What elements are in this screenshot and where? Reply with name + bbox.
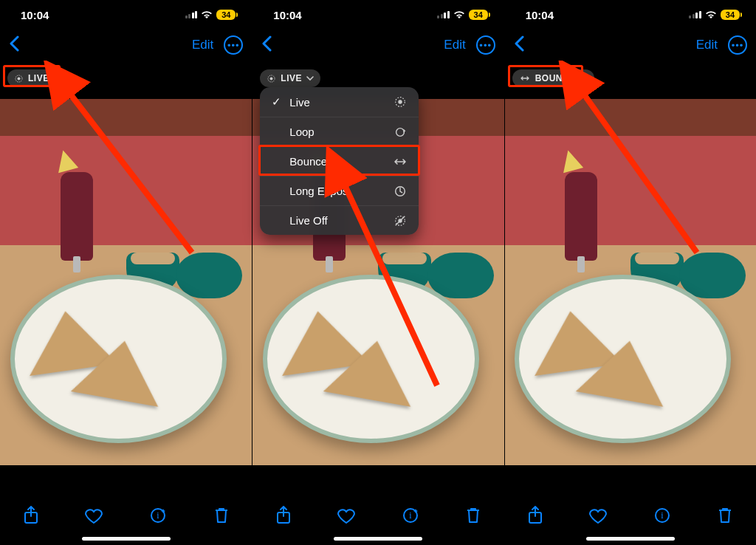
more-button[interactable]: ••• <box>224 35 243 55</box>
cellular-icon <box>437 11 450 18</box>
status-right: 34 <box>185 9 236 21</box>
menu-item-loop[interactable]: Loop <box>260 117 419 146</box>
svg-text:i: i <box>409 510 412 521</box>
live-icon <box>392 95 408 109</box>
share-button[interactable] <box>527 506 543 528</box>
chevron-down-icon <box>306 76 314 81</box>
svg-text:i: i <box>662 510 664 521</box>
photo-content <box>505 99 756 465</box>
cellular-icon <box>185 11 198 18</box>
screenshot-3: 10:04 34 Edit ••• BOUNCE <box>504 0 756 545</box>
live-off-icon <box>392 214 408 227</box>
status-right: 34 <box>437 9 488 21</box>
status-time: 10:04 <box>273 9 301 21</box>
delete-button[interactable] <box>213 506 230 528</box>
bounce-photo-badge[interactable]: BOUNCE <box>512 69 594 87</box>
wifi-icon <box>453 9 465 21</box>
svg-point-6 <box>270 77 273 80</box>
nav-bar: Edit ••• <box>0 30 252 61</box>
more-button[interactable]: ••• <box>728 35 747 55</box>
svg-text:i: i <box>157 510 160 521</box>
checkmark-icon: ✓ <box>270 95 282 109</box>
bounce-icon <box>392 157 408 167</box>
home-indicator[interactable] <box>82 537 171 541</box>
status-time: 10:04 <box>21 9 49 21</box>
svg-point-10 <box>396 128 405 136</box>
photo-viewer[interactable]: BOUNCE <box>505 61 756 496</box>
status-bar: 10:04 34 <box>505 0 756 30</box>
live-photo-badge[interactable]: LIVE <box>260 69 320 87</box>
info-button[interactable]: i <box>653 506 672 528</box>
battery-icon: 34 <box>469 10 488 20</box>
status-time: 10:04 <box>526 9 554 21</box>
share-button[interactable] <box>275 506 292 528</box>
svg-point-8 <box>399 100 402 103</box>
menu-item-live[interactable]: ✓ Live <box>260 87 419 117</box>
screenshot-1: 10:04 34 Edit ••• LIVE <box>0 0 252 545</box>
share-button[interactable] <box>23 506 39 528</box>
effects-button[interactable]: i <box>401 506 420 528</box>
menu-item-long-exposure[interactable]: Long Expos <box>260 176 419 205</box>
live-icon <box>14 74 24 83</box>
nav-bar: Edit ••• <box>505 30 756 61</box>
exposure-icon <box>392 185 408 198</box>
live-icon <box>267 74 276 83</box>
battery-icon: 34 <box>216 10 236 20</box>
cellular-icon <box>689 11 701 18</box>
svg-point-0 <box>18 77 21 80</box>
more-button[interactable]: ••• <box>476 35 495 55</box>
live-effects-menu: ✓ Live Loop Bounce Long Expos Li <box>260 87 419 235</box>
live-badge-label: LIVE <box>28 73 49 83</box>
favorite-button[interactable] <box>588 507 608 527</box>
photo-viewer[interactable]: LIVE <box>0 61 252 496</box>
wifi-icon <box>201 9 213 21</box>
nav-bar: Edit ••• <box>252 30 504 61</box>
home-indicator[interactable] <box>334 537 422 541</box>
home-indicator[interactable] <box>586 537 675 541</box>
edit-button[interactable]: Edit <box>696 38 718 52</box>
favorite-button[interactable] <box>337 507 356 527</box>
edit-button[interactable]: Edit <box>444 38 465 52</box>
status-bar: 10:04 34 <box>0 0 252 30</box>
chevron-down-icon <box>54 76 61 81</box>
loop-icon <box>392 126 408 139</box>
wifi-icon <box>705 9 717 21</box>
favorite-button[interactable] <box>84 507 103 527</box>
delete-button[interactable] <box>465 506 481 528</box>
menu-item-bounce[interactable]: Bounce <box>260 146 419 176</box>
battery-icon: 34 <box>721 10 740 20</box>
effects-button[interactable]: i <box>148 506 168 528</box>
back-button[interactable] <box>9 35 19 55</box>
bounce-badge-label: BOUNCE <box>535 73 576 83</box>
status-right: 34 <box>689 9 740 21</box>
live-badge-label: LIVE <box>281 73 302 83</box>
live-photo-badge[interactable]: LIVE <box>7 69 68 87</box>
status-bar: 10:04 34 <box>252 0 504 30</box>
menu-item-live-off[interactable]: Live Off <box>260 205 419 235</box>
screenshot-2: 10:04 34 Edit ••• LIVE <box>252 0 504 545</box>
back-button[interactable] <box>514 35 524 55</box>
edit-button[interactable]: Edit <box>192 38 213 52</box>
delete-button[interactable] <box>717 506 733 528</box>
chevron-down-icon <box>580 76 588 81</box>
back-button[interactable] <box>261 35 272 55</box>
photo-content <box>0 99 252 465</box>
bounce-icon <box>519 75 531 82</box>
photo-viewer[interactable]: LIVE ✓ Live Loop Bounce <box>252 61 504 496</box>
